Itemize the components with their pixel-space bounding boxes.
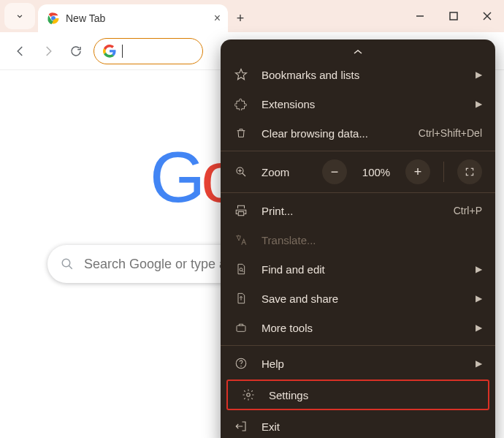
submenu-indicator: ▶ [476, 358, 482, 369]
menu-clear-data[interactable]: Clear browsing data... Ctrl+Shift+Del [221, 118, 495, 148]
menu-bookmarks[interactable]: Bookmarks and lists ▶ [221, 60, 495, 89]
maximize-button[interactable] [437, 0, 470, 32]
submenu-indicator: ▶ [476, 293, 482, 303]
menu-label: Settings [269, 389, 475, 401]
menu-exit[interactable]: Exit [221, 412, 495, 438]
overflow-menu: Bookmarks and lists ▶ Extensions ▶ Clear… [221, 39, 495, 438]
menu-accelerator: Ctrl+P [454, 205, 482, 216]
menu-label: Bookmarks and lists [261, 69, 462, 81]
back-button[interactable] [10, 41, 31, 61]
menu-label: Save and share [261, 292, 462, 305]
zoom-in-button[interactable]: + [405, 159, 430, 184]
minimize-button[interactable] [403, 0, 437, 32]
extensions-icon [234, 97, 248, 110]
svg-line-9 [243, 173, 246, 177]
menu-accelerator: Ctrl+Shift+Del [419, 127, 482, 139]
tab[interactable]: New Tab × [38, 4, 228, 32]
minimize-icon [416, 12, 424, 20]
menu-separator [221, 345, 495, 346]
menu-more-tools[interactable]: More tools ▶ [221, 313, 495, 342]
find-icon [234, 263, 248, 276]
menu-separator [221, 192, 495, 193]
menu-label: Exit [261, 420, 482, 433]
menu-label: Translate... [261, 234, 482, 246]
submenu-indicator: ▶ [476, 99, 482, 109]
menu-save-share[interactable]: Save and share ▶ [221, 284, 495, 313]
print-icon [234, 204, 248, 217]
menu-label: Find and edit [261, 263, 462, 276]
text-cursor [122, 45, 123, 58]
menu-translate: Translate... [221, 225, 495, 254]
menu-extensions[interactable]: Extensions ▶ [221, 89, 495, 118]
titlebar: New Tab × + [0, 0, 504, 32]
window-controls [403, 0, 504, 32]
svg-point-6 [62, 259, 70, 267]
translate-icon [234, 233, 248, 246]
reload-button[interactable] [66, 41, 86, 61]
zoom-percentage: 100% [360, 166, 392, 178]
zoom-out-button[interactable]: − [322, 159, 347, 184]
toolbox-icon [234, 322, 248, 333]
menu-find-edit[interactable]: Find and edit ▶ [221, 254, 495, 284]
help-icon [234, 357, 248, 370]
reload-icon [69, 45, 83, 58]
chevron-down-icon [15, 11, 25, 21]
menu-label: Extensions [261, 98, 462, 110]
submenu-indicator: ▶ [476, 322, 482, 333]
menu-label: More tools [261, 322, 462, 334]
fullscreen-button[interactable] [457, 159, 482, 184]
maximize-icon [449, 12, 458, 20]
menu-separator [221, 151, 495, 151]
close-icon [482, 11, 492, 21]
menu-label: Zoom [261, 166, 309, 178]
forward-button[interactable] [38, 41, 58, 61]
svg-rect-14 [237, 325, 245, 331]
tab-search-button[interactable] [4, 3, 35, 29]
trash-icon [234, 127, 248, 139]
exit-icon [234, 420, 248, 433]
gear-icon [241, 388, 256, 401]
close-window-button[interactable] [470, 0, 504, 32]
share-icon [234, 292, 248, 305]
svg-rect-3 [450, 12, 457, 20]
close-tab-button[interactable]: × [214, 12, 221, 25]
menu-settings[interactable]: Settings [226, 380, 489, 410]
new-tab-button[interactable]: + [228, 4, 253, 32]
chrome-icon [47, 12, 60, 25]
svg-line-7 [69, 265, 72, 269]
menu-label: Print... [261, 205, 440, 217]
omnibox[interactable] [93, 38, 203, 64]
svg-point-17 [247, 393, 251, 397]
search-icon [61, 257, 74, 271]
menu-print[interactable]: Print... Ctrl+P [221, 196, 495, 225]
arrow-left-icon [14, 45, 27, 58]
submenu-indicator: ▶ [476, 264, 482, 274]
tab-title: New Tab [66, 12, 208, 24]
menu-zoom-row: Zoom − 100% + [221, 154, 495, 189]
svg-line-13 [242, 271, 243, 272]
arrow-right-icon [42, 45, 55, 58]
svg-point-16 [240, 366, 242, 367]
menu-collapse-caret[interactable] [221, 44, 495, 60]
menu-label: Clear browsing data... [261, 127, 405, 140]
fullscreen-icon [465, 167, 475, 177]
zoom-icon [234, 165, 248, 178]
divider [443, 162, 444, 182]
menu-help[interactable]: Help ▶ [221, 349, 495, 378]
menu-label: Help [261, 358, 462, 370]
caret-up-icon [354, 49, 362, 55]
google-g-icon [103, 45, 116, 58]
star-icon [234, 68, 248, 81]
submenu-indicator: ▶ [476, 69, 482, 80]
